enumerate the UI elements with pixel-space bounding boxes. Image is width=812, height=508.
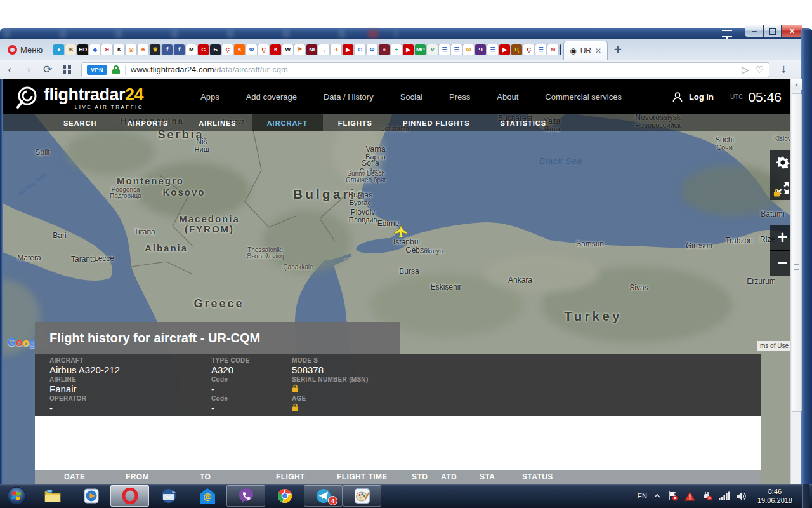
pinned-tab-favicon[interactable]: К (234, 44, 245, 55)
back-button[interactable]: ‹ (0, 64, 19, 76)
header-nav-item[interactable]: Apps (200, 92, 219, 102)
pinned-tab-favicon[interactable]: ☰ (451, 44, 462, 55)
subnav-tab-statistics[interactable]: STATISTICS (485, 114, 562, 131)
language-indicator[interactable]: EN (638, 492, 647, 500)
downloads-button[interactable]: ⭳ (776, 64, 792, 75)
pinned-tab-favicon[interactable]: ☰ (439, 44, 450, 55)
header-nav-item[interactable]: About (497, 92, 518, 102)
pinned-tab-favicon[interactable]: Ç (523, 44, 534, 55)
pinned-tab-favicon[interactable]: Ф (246, 44, 257, 55)
column-header-from[interactable]: FROM (126, 472, 149, 481)
new-tab-button[interactable]: + (614, 43, 622, 57)
header-nav-item[interactable]: Press (449, 92, 470, 102)
header-nav-item[interactable]: Data / History (324, 92, 374, 102)
pinned-tab-favicon[interactable]: ✳ (138, 44, 148, 55)
tray-expand-icon[interactable] (653, 493, 661, 499)
pinned-tab-favicon[interactable]: ⚑ (294, 44, 305, 55)
pinned-tab-favicon[interactable]: К (270, 44, 281, 55)
pinned-tab-favicon[interactable]: W (282, 44, 293, 55)
pinned-tab-favicon[interactable]: ➔ (331, 44, 341, 55)
pinned-tab-favicon[interactable]: ● (53, 44, 64, 55)
forward-button[interactable]: › (19, 64, 38, 76)
flightradar24-logo[interactable]: flightradar24 LIVE AIR TRAFFIC (14, 84, 143, 110)
map-terms-of-use[interactable]: ms of Use (757, 341, 790, 351)
pinned-tab-favicon[interactable]: Б (210, 44, 221, 55)
scrollbar-up-arrow[interactable]: ▲ (791, 79, 802, 90)
action-center-flag-icon[interactable] (667, 491, 678, 501)
pinned-tab-favicon[interactable]: NI (306, 44, 317, 55)
pinned-tab-favicon[interactable]: Ф (367, 44, 377, 55)
active-tab[interactable]: ◉ UR ✕ (563, 41, 608, 60)
reload-button[interactable]: ⟳ (38, 63, 57, 76)
subnav-tab-pinned-flights[interactable]: PINNED FLIGHTS (388, 114, 485, 131)
subnav-tab-airlines[interactable]: AIRLINES (183, 114, 251, 131)
pinned-tab-favicon[interactable]: ♛ (150, 44, 160, 55)
pinned-tab-favicon[interactable]: ▶ (343, 44, 353, 55)
page-scrollbar[interactable]: ▲ (790, 79, 801, 484)
pinned-tab-favicon[interactable]: Ц (511, 44, 522, 55)
vpn-badge[interactable]: VPN (87, 65, 107, 75)
warning-icon[interactable] (684, 491, 695, 501)
pinned-tab-favicon[interactable]: ☰ (487, 44, 498, 55)
subnav-tab-aircraft[interactable]: AIRCRAFT (252, 114, 323, 131)
column-header-flight-time[interactable]: FLIGHT TIME (337, 472, 388, 481)
taskbar-clock[interactable]: 8:46 19.06.2018 (754, 487, 796, 505)
taskbar-app-paint[interactable] (343, 485, 381, 507)
column-header-atd[interactable]: ATD (441, 472, 457, 481)
pinned-tab-favicon[interactable]: Я (102, 44, 112, 55)
pinned-tab-favicon[interactable]: + (391, 44, 402, 55)
window-maximize-button[interactable] (764, 25, 782, 37)
window-close-button[interactable]: ✕ (782, 25, 802, 37)
bookmark-heart-icon[interactable]: ♡ (756, 64, 764, 76)
taskbar-app-viber[interactable] (226, 485, 265, 507)
pinned-tab-favicon[interactable]: ▶ (499, 44, 510, 55)
pinned-tab-favicon[interactable]: Ж (65, 44, 76, 55)
url-field[interactable]: VPN www.flightradar24.com/data/aircraft/… (81, 62, 769, 77)
header-nav-item[interactable]: Social (400, 92, 422, 102)
pinned-tab-favicon[interactable]: ◎ (126, 44, 136, 55)
pinned-tab-favicon[interactable]: Ч (475, 44, 486, 55)
column-header-date[interactable]: DATE (64, 472, 85, 481)
scrollbar-thumb[interactable] (792, 93, 802, 412)
pinned-tab-favicon[interactable]: Ç (258, 44, 269, 55)
pinned-tab-favicon[interactable]: Z (560, 44, 561, 55)
network-signal-icon[interactable] (719, 491, 730, 500)
column-header-to[interactable]: TO (200, 472, 211, 481)
tab-close-icon[interactable]: ✕ (595, 46, 601, 55)
header-nav-item[interactable]: Commercial services (545, 92, 622, 102)
tab-menu-icon[interactable] (717, 29, 737, 39)
opera-menu-button[interactable]: Меню (0, 45, 49, 55)
taskbar-app-thunderbird[interactable] (149, 485, 188, 507)
pinned-tab-favicon[interactable]: К (114, 44, 124, 55)
login-button[interactable]: Log in (689, 92, 714, 102)
pinned-tab-favicon[interactable]: f (174, 44, 185, 55)
pinned-tab-favicon[interactable]: M (547, 44, 558, 55)
start-button[interactable] (0, 484, 33, 508)
taskbar-app-telegram[interactable]: 4 (304, 485, 343, 507)
taskbar-app-opera[interactable] (110, 485, 149, 507)
subnav-tab-flights[interactable]: FLIGHTS (323, 114, 388, 131)
pinned-tab-favicon[interactable]: ☰ (535, 44, 546, 55)
pinned-tab-favicon[interactable]: МР (415, 44, 426, 55)
volume-icon[interactable] (737, 491, 747, 501)
taskbar-app-mailru[interactable]: @ (188, 485, 226, 507)
column-header-status[interactable]: STATUS (522, 472, 553, 481)
column-header-sta[interactable]: STA (480, 472, 495, 481)
pinned-tab-favicon[interactable]: ▶ (403, 44, 414, 55)
pinned-tab-favicon[interactable]: ◆ (89, 44, 100, 55)
power-plug-icon[interactable] (702, 491, 712, 501)
header-nav-item[interactable]: Add coverage (246, 92, 297, 102)
show-desktop-button[interactable] (802, 484, 809, 508)
column-header-flight[interactable]: FLIGHT (276, 472, 305, 481)
pinned-tab-favicon[interactable]: ● (379, 44, 390, 55)
speed-dial-button[interactable] (57, 65, 76, 74)
pinned-tab-favicon[interactable]: Ç (222, 44, 233, 55)
window-minimize-button[interactable]: ─ (745, 25, 764, 37)
pinned-tab-favicon[interactable]: ✉ (463, 44, 474, 55)
pinned-tab-favicon[interactable]: HD (77, 44, 88, 55)
pinned-tab-favicon[interactable]: G (355, 44, 365, 55)
aircraft-marker-icon[interactable] (393, 224, 409, 239)
subnav-tab-search[interactable]: SEARCH (48, 114, 112, 131)
secure-lock-icon[interactable] (112, 65, 120, 74)
pinned-tab-favicon[interactable]: , (318, 44, 329, 55)
